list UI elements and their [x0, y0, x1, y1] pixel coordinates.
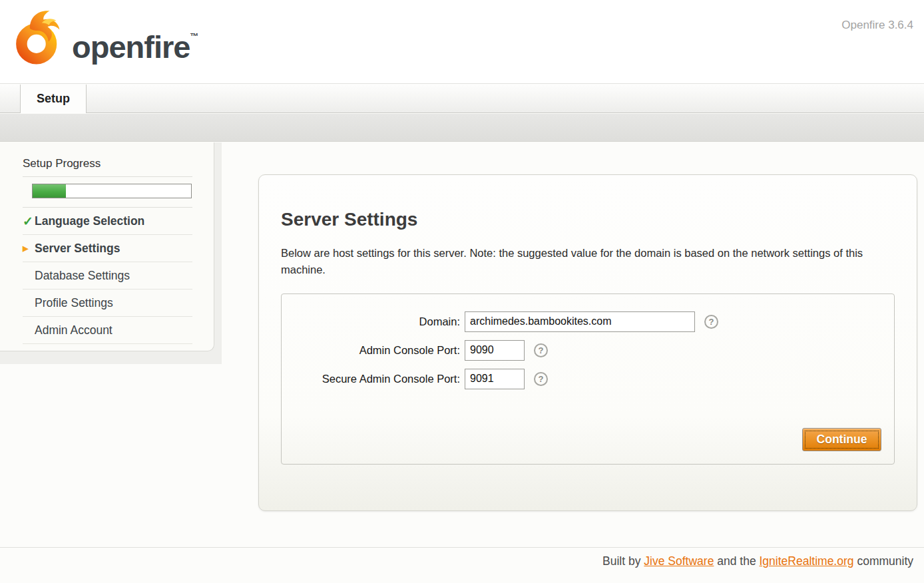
sub-toolbar	[0, 114, 924, 142]
admin-console-port-label: Admin Console Port:	[282, 344, 465, 357]
page-description: Below are host settings for this server.…	[281, 245, 867, 278]
secure-admin-console-port-row: Secure Admin Console Port: ?	[282, 369, 894, 389]
version-label: Openfire 3.6.4	[841, 19, 913, 32]
setup-progress-sidebar: Setup Progress ✓ Language Selection ▶ Se…	[0, 142, 214, 351]
header: openfire™ Openfire 3.6.4	[0, 0, 924, 84]
igniterealtime-link[interactable]: IgniteRealtime.org	[760, 554, 854, 568]
step-database-settings: Database Settings	[23, 262, 192, 290]
secure-admin-console-port-label: Secure Admin Console Port:	[282, 373, 465, 385]
step-label: Server Settings	[35, 242, 120, 256]
step-label: Language Selection	[35, 214, 144, 228]
footer-suffix: community	[854, 554, 913, 568]
footer-middle: and the	[714, 554, 759, 568]
page-title: Server Settings	[281, 209, 895, 230]
secure-admin-console-port-help-icon[interactable]: ?	[534, 372, 548, 386]
openfire-logo: openfire™	[13, 5, 198, 69]
admin-console-port-help-icon[interactable]: ?	[534, 343, 548, 357]
server-settings-form: Domain: ? Admin Console Port: ? Secure A…	[281, 293, 895, 465]
check-icon: ✓	[23, 215, 33, 228]
domain-input[interactable]	[465, 311, 695, 332]
current-step-arrow-icon: ▶	[23, 245, 28, 252]
jive-software-link[interactable]: Jive Software	[644, 554, 714, 568]
step-label: Profile Settings	[35, 296, 113, 310]
admin-console-port-input[interactable]	[465, 340, 525, 361]
server-settings-panel: Server Settings Below are host settings …	[258, 174, 917, 511]
domain-row: Domain: ?	[282, 311, 894, 332]
admin-console-port-row: Admin Console Port: ?	[282, 340, 894, 361]
setup-steps-list: ✓ Language Selection ▶ Server Settings D…	[23, 208, 192, 344]
step-server-settings: ▶ Server Settings	[23, 235, 192, 262]
step-profile-settings: Profile Settings	[23, 290, 192, 317]
logo-wordmark: openfire™	[72, 29, 198, 65]
tab-setup[interactable]: Setup	[20, 85, 87, 113]
secure-admin-console-port-input[interactable]	[465, 369, 525, 389]
footer-prefix: Built by	[602, 554, 644, 568]
step-label: Admin Account	[35, 323, 113, 337]
continue-button[interactable]: Continue	[802, 428, 881, 451]
progress-bar	[23, 177, 192, 208]
trademark-symbol: ™	[190, 31, 198, 41]
domain-label: Domain:	[282, 315, 465, 328]
sidebar-title: Setup Progress	[23, 157, 192, 177]
flame-logo-icon	[13, 5, 64, 69]
footer-credits: Built by Jive Software and the IgniteRea…	[602, 554, 913, 568]
step-label: Database Settings	[35, 269, 130, 283]
progress-track	[32, 184, 192, 198]
step-admin-account: Admin Account	[23, 317, 192, 344]
progress-fill	[33, 184, 66, 198]
domain-help-icon[interactable]: ?	[704, 315, 718, 329]
footer-divider	[0, 547, 924, 548]
step-language-selection: ✓ Language Selection	[23, 208, 192, 235]
tab-bar: Setup	[0, 85, 924, 113]
